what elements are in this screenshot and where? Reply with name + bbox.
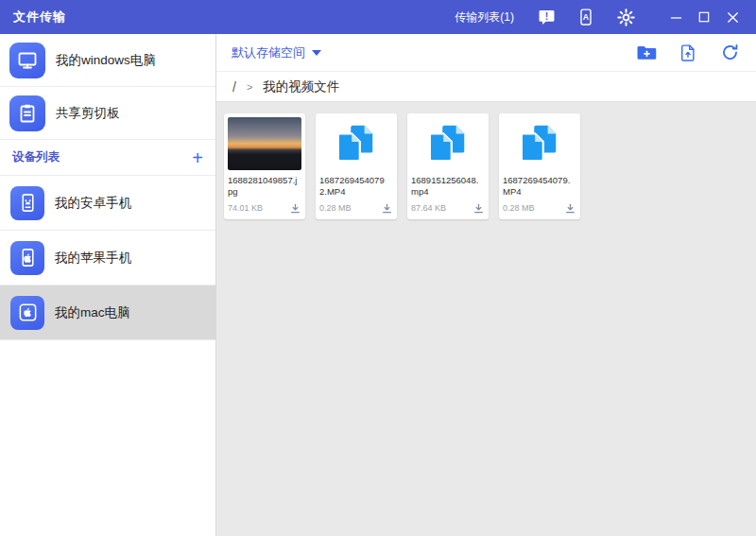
sidebar-item-label: 我的windows电脑 (56, 52, 156, 69)
device-list-header: 设备列表 + (0, 140, 215, 176)
settings-gear-icon[interactable] (614, 6, 637, 28)
toolbar: 默认存储空间 (216, 34, 756, 72)
breadcrumb-current: 我的视频文件 (263, 78, 339, 95)
sidebar-item-label: 我的安卓手机 (55, 195, 131, 212)
app-title: 文件传输 (13, 9, 66, 26)
titlebar: 文件传输 传输列表(1) ! A (0, 0, 756, 34)
file-size: 0.28 MB (319, 203, 352, 213)
app-window: 文件传输 传输列表(1) ! A (0, 0, 756, 536)
app-body: 我的windows电脑 共享剪切板 设备列表 + (0, 34, 756, 536)
video-file-icon (411, 117, 485, 170)
download-button[interactable] (563, 201, 576, 215)
storage-selector-label: 默认存储空间 (232, 44, 305, 61)
refresh-button[interactable] (718, 42, 741, 64)
svg-text:A: A (583, 12, 590, 22)
transfer-list-button[interactable]: 传输列表(1) (455, 9, 514, 26)
chevron-down-icon (312, 50, 321, 56)
sidebar-item-my-computer[interactable]: 我的windows电脑 (0, 34, 215, 87)
android-phone-icon (10, 186, 44, 220)
download-button[interactable] (380, 201, 393, 215)
monitor-icon (9, 43, 45, 78)
sidebar: 我的windows电脑 共享剪切板 设备列表 + (0, 34, 216, 536)
breadcrumb-separator-icon: > (247, 81, 252, 93)
mac-icon (10, 296, 44, 330)
file-card[interactable]: 1689151256048.mp4 87.64 KB (407, 113, 489, 219)
file-card[interactable]: 1687269454079 2.MP4 0.28 MB (316, 113, 397, 219)
phone-device-icon[interactable]: A (575, 6, 597, 28)
svg-text:!: ! (544, 9, 548, 21)
sidebar-item-label: 我的mac电脑 (55, 304, 130, 321)
minimize-button[interactable] (662, 4, 690, 30)
storage-selector[interactable]: 默认存储空间 (232, 44, 321, 61)
sidebar-item-clipboard[interactable]: 共享剪切板 (0, 87, 215, 140)
titlebar-actions: 传输列表(1) ! A (455, 4, 747, 30)
image-thumbnail (228, 117, 301, 170)
download-button[interactable] (472, 201, 485, 215)
file-card[interactable]: 1687269454079.MP4 0.28 MB (499, 113, 580, 219)
iphone-icon (10, 241, 44, 275)
sidebar-item-label: 共享剪切板 (56, 105, 120, 122)
file-name: 1689151256048.mp4 (411, 175, 485, 199)
download-button[interactable] (288, 201, 301, 215)
file-name: 1687269454079.MP4 (503, 175, 576, 199)
sidebar-item-android-phone[interactable]: 我的安卓手机 (0, 176, 215, 231)
feedback-icon[interactable]: ! (535, 6, 558, 28)
sidebar-item-mac[interactable]: 我的mac电脑 (0, 285, 215, 340)
close-button[interactable] (718, 4, 747, 30)
add-device-button[interactable]: + (192, 148, 203, 167)
window-controls (662, 4, 747, 30)
breadcrumb: / > 我的视频文件 (216, 72, 756, 102)
sidebar-item-label: 我的苹果手机 (55, 250, 131, 267)
file-size: 0.28 MB (503, 203, 535, 213)
file-size: 74.01 KB (228, 203, 263, 213)
main-panel: 默认存储空间 (216, 34, 756, 536)
upload-file-button[interactable] (677, 42, 699, 64)
video-file-icon (503, 117, 576, 170)
maximize-button[interactable] (690, 4, 718, 30)
clipboard-icon (9, 95, 45, 131)
device-list-label: 设备列表 (12, 149, 60, 165)
file-name: 1687269454079 2.MP4 (319, 175, 393, 199)
file-size: 87.64 KB (411, 203, 446, 213)
sidebar-item-iphone[interactable]: 我的苹果手机 (0, 231, 215, 285)
new-folder-button[interactable] (635, 42, 658, 64)
toolbar-actions (635, 42, 741, 64)
file-name: 1688281049857.jpg (228, 175, 301, 199)
file-card[interactable]: 1688281049857.jpg 74.01 KB (224, 113, 305, 219)
file-grid: 1688281049857.jpg 74.01 KB (216, 102, 756, 536)
video-file-icon (319, 117, 393, 170)
breadcrumb-root[interactable]: / (232, 79, 236, 95)
